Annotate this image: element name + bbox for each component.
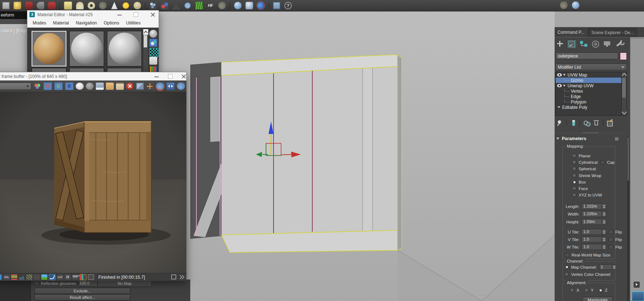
monochrome-icon[interactable] (86, 83, 94, 90)
result-affect-button[interactable]: Result affect... (34, 294, 130, 301)
v-flip-checkbox[interactable] (609, 237, 613, 242)
minimize-button[interactable] (151, 72, 162, 80)
camera-create-icon[interactable] (25, 2, 33, 9)
menu-navigation[interactable]: Navigation (76, 20, 97, 26)
face-radio[interactable] (572, 186, 577, 191)
u-flip-checkbox[interactable] (609, 230, 613, 234)
menu-utilities[interactable]: Utilities (126, 20, 140, 26)
w-flip-checkbox[interactable] (609, 245, 613, 249)
panel-splitter[interactable] (555, 131, 626, 134)
no-map-button[interactable]: No Map (97, 280, 152, 287)
menu-options[interactable]: Options (104, 20, 119, 26)
stack-row-edge[interactable]: Edge (556, 94, 622, 99)
egg-primitive-icon[interactable] (134, 2, 141, 9)
menu-material[interactable]: Material (53, 20, 69, 26)
scroll-up-icon[interactable] (143, 29, 148, 35)
stack-row-unwrap-uvw[interactable]: Unwrap UVW (556, 83, 622, 88)
v-tile-value[interactable]: 1.0 (582, 236, 601, 242)
stack-row-gizmo[interactable]: Gizmo (556, 78, 622, 83)
configure-modifier-sets-icon[interactable] (606, 120, 613, 126)
scrollbar-thumb[interactable] (144, 35, 147, 47)
expand-arrow-icon[interactable] (563, 74, 566, 76)
expand-chevrons-icon[interactable] (178, 274, 184, 279)
rollout-grip-icon[interactable] (615, 137, 619, 140)
render-region-icon[interactable] (257, 2, 265, 9)
drag-handle-icon[interactable] (631, 38, 643, 39)
teapot-primitive-icon[interactable] (99, 2, 107, 9)
manipulate-button[interactable]: Manipulate (583, 297, 613, 301)
rgb-channels-icon[interactable] (33, 83, 41, 90)
height-field-icon[interactable]: HF (207, 2, 214, 9)
show-end-result-icon[interactable] (570, 120, 577, 126)
foliage-icon[interactable] (195, 2, 203, 9)
box-primitive-icon[interactable] (64, 1, 72, 10)
map-channel-spinner[interactable]: 1 (599, 264, 617, 270)
u-tile-value[interactable]: 1.0 (582, 229, 601, 235)
blue-channel-button[interactable]: B (65, 82, 74, 90)
tab-command-panel[interactable]: Command P... (555, 28, 587, 37)
spherical-option[interactable]: Spherical (572, 167, 596, 171)
docked-panel-thumbnail[interactable] (631, 291, 644, 301)
vertex-color-radio[interactable] (565, 272, 569, 277)
map-channel-row[interactable]: Map Channel:1 (565, 264, 617, 270)
filter-icon[interactable] (34, 274, 40, 280)
color-bars-icon[interactable] (11, 274, 17, 280)
face-option[interactable]: Face (572, 186, 588, 191)
width-value[interactable]: 1.105m (582, 211, 601, 217)
particle-array-icon[interactable] (149, 2, 157, 9)
map-channel-value[interactable]: 1 (599, 264, 612, 270)
duplicate-buffer-icon[interactable] (136, 83, 144, 90)
backlight-icon[interactable] (149, 39, 157, 47)
history-icon[interactable]: H (65, 274, 71, 280)
map-channel-radio[interactable] (565, 265, 569, 269)
align-x-radio[interactable] (570, 288, 574, 292)
cylindrical-radio[interactable] (572, 160, 577, 165)
torus-primitive-icon[interactable] (88, 2, 95, 9)
panel-scrollbar[interactable] (627, 137, 629, 301)
render-iterative-icon[interactable] (572, 1, 579, 9)
vertex-color-row[interactable]: Vertex Color Channel (565, 272, 610, 277)
box-option[interactable]: Box (572, 180, 586, 184)
spherical-radio[interactable] (572, 167, 577, 171)
sound-icon[interactable] (37, 2, 44, 9)
red-channel-button[interactable]: R (43, 82, 52, 90)
tab-scene-explorer[interactable]: Scene Explorer - De... (588, 28, 637, 37)
height-spinner[interactable]: 1.09m (582, 219, 607, 225)
material-slot-3[interactable] (107, 31, 142, 66)
length-value[interactable]: 1.102m (582, 203, 601, 209)
dome-primitive-icon[interactable] (76, 2, 84, 9)
viewport-shading-label[interactable]: ndard ] [Edged F (1, 28, 27, 33)
stack-row-vertex[interactable]: Vertex (556, 88, 622, 94)
material-editor-icon[interactable] (246, 2, 253, 9)
cap-checkbox[interactable] (601, 160, 605, 165)
sunlight-icon[interactable] (122, 2, 130, 9)
width-spinner[interactable]: 1.105m (582, 211, 607, 217)
exclude-button[interactable]: Exclude... (34, 288, 130, 294)
shrink-wrap-radio[interactable] (572, 173, 577, 178)
height-value[interactable]: 1.09m (582, 219, 601, 225)
stack-row-uvw-map[interactable]: UVW Map (556, 72, 622, 78)
shrink-wrap-option[interactable]: Shrink Wrap (572, 173, 601, 178)
hsl-tool-icon[interactable]: HSL (4, 274, 10, 280)
expand-panel-button[interactable] (634, 282, 640, 288)
background-image-icon[interactable] (41, 274, 47, 280)
curves-edit-icon[interactable] (26, 274, 32, 280)
lut-icon[interactable]: LUT (57, 274, 63, 280)
xyz-to-uvw-radio[interactable] (572, 193, 577, 197)
alpha-channel-icon[interactable] (76, 83, 84, 90)
curve-correction-icon[interactable] (49, 274, 56, 280)
reflection-glossiness-spinner[interactable]: 100.0 (78, 281, 100, 287)
close-button[interactable] (148, 10, 158, 19)
scroll-down-icon[interactable] (622, 110, 627, 115)
light-create-icon[interactable] (14, 2, 21, 9)
visibility-eye-icon[interactable] (557, 84, 562, 87)
remove-modifier-icon[interactable] (593, 120, 599, 126)
frame-buffer-titlebar[interactable]: r frame buffer - [100% of 640 x 480] (0, 72, 186, 80)
space-warp-icon[interactable] (172, 2, 180, 9)
align-y-radio[interactable] (584, 288, 589, 292)
u-tile-spinner[interactable]: 1.0 (582, 229, 607, 235)
load-image-icon[interactable] (106, 83, 114, 90)
create-tab-icon[interactable] (555, 40, 565, 48)
utilities-tab-icon[interactable] (615, 40, 624, 48)
cone-primitive-icon[interactable] (111, 2, 118, 9)
